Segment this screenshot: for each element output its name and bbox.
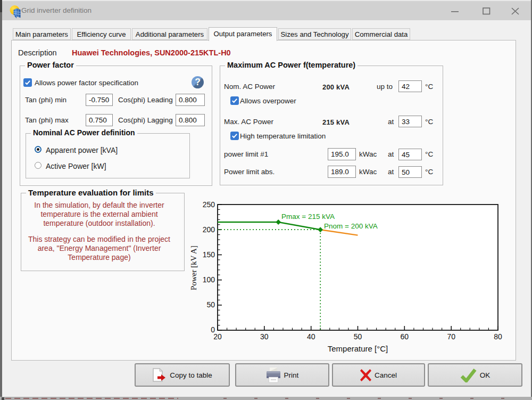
svg-text:50: 50 — [354, 332, 362, 341]
svg-text:Pnom = 200 kVA: Pnom = 200 kVA — [324, 222, 378, 230]
svg-text:70: 70 — [447, 332, 455, 341]
svg-text:Temperature [°C]: Temperature [°C] — [328, 344, 388, 353]
svg-text:30: 30 — [260, 332, 269, 341]
svg-text:20: 20 — [213, 332, 222, 341]
svg-text:200: 200 — [203, 225, 215, 234]
svg-text:80: 80 — [494, 332, 502, 341]
svg-text:50: 50 — [206, 300, 215, 309]
svg-text:Pmax = 215 kVA: Pmax = 215 kVA — [281, 213, 335, 221]
svg-text:100: 100 — [203, 275, 215, 284]
svg-text:250: 250 — [203, 200, 215, 209]
svg-text:150: 150 — [203, 250, 215, 259]
svg-text:40: 40 — [307, 332, 315, 341]
svg-text:Power [kV A]: Power [kV A] — [189, 246, 198, 290]
svg-text:60: 60 — [401, 332, 409, 341]
